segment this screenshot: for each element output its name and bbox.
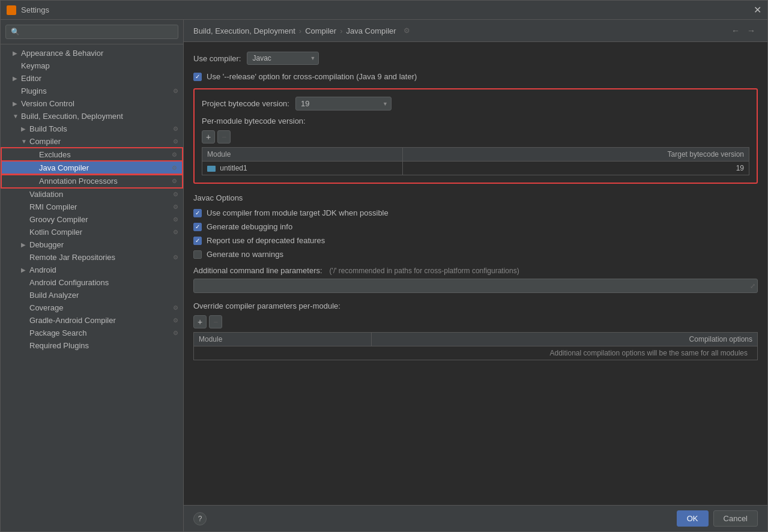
sidebar-item-label: Kotlin Compiler bbox=[29, 228, 171, 237]
arrow-icon: ▶ bbox=[13, 75, 21, 82]
option3-row: Report use of deprecated features bbox=[193, 236, 758, 245]
gear-icon: ⚙ bbox=[172, 165, 177, 171]
option2-checkbox[interactable] bbox=[193, 223, 202, 231]
option1-checkbox[interactable] bbox=[193, 209, 202, 217]
gear-icon: ⚙ bbox=[173, 254, 178, 261]
sidebar-item-debugger[interactable]: ▶ Debugger bbox=[1, 238, 183, 251]
sidebar-item-label: Plugins bbox=[21, 86, 171, 95]
arrow-icon: ▼ bbox=[21, 138, 29, 145]
use-compiler-select[interactable]: Javac Eclipse Ajc bbox=[247, 52, 319, 65]
gear-icon: ⚙ bbox=[173, 191, 178, 198]
ok-button[interactable]: OK bbox=[677, 510, 709, 527]
override-add-remove-row: + − bbox=[193, 315, 758, 328]
sidebar-item-label: Debugger bbox=[29, 240, 178, 249]
sidebar-item-gradle-android[interactable]: Gradle-Android Compiler ⚙ bbox=[1, 314, 183, 327]
sidebar-item-remote-jar[interactable]: Remote Jar Repositories ⚙ bbox=[1, 251, 183, 264]
option2-label: Generate debugging info bbox=[207, 222, 292, 231]
bytecode-version-select[interactable]: 19 17 11 8 bbox=[295, 97, 392, 110]
sidebar-item-label: Package Search bbox=[29, 328, 171, 337]
search-input[interactable] bbox=[5, 25, 178, 39]
sidebar-item-annotation-processors[interactable]: Annotation Processors ⚙ bbox=[2, 175, 182, 187]
sidebar-item-android[interactable]: ▶ Android bbox=[1, 264, 183, 276]
sidebar-item-java-compiler[interactable]: Java Compiler ⚙ bbox=[2, 162, 182, 174]
gear-icon: ⚙ bbox=[173, 204, 178, 210]
sidebar-item-coverage[interactable]: Coverage ⚙ bbox=[1, 301, 183, 314]
option4-row: Generate no warnings bbox=[193, 250, 758, 259]
sidebar-item-required-plugins[interactable]: Required Plugins bbox=[1, 339, 183, 352]
module-column-header: Module bbox=[202, 148, 403, 162]
app-icon bbox=[7, 5, 16, 15]
help-button[interactable]: ? bbox=[193, 512, 207, 525]
arrow-icon: ▶ bbox=[13, 100, 21, 107]
sidebar-item-appearance[interactable]: ▶ Appearance & Behavior bbox=[1, 47, 183, 59]
sidebar-item-label: Keymap bbox=[21, 61, 178, 70]
cross-compile-checkbox[interactable] bbox=[193, 73, 202, 81]
sidebar-item-label: RMI Compiler bbox=[29, 202, 171, 211]
sidebar-item-editor[interactable]: ▶ Editor bbox=[1, 72, 183, 85]
sidebar-item-rmi-compiler[interactable]: RMI Compiler ⚙ bbox=[1, 201, 183, 213]
sidebar-item-build-analyzer[interactable]: Build Analyzer bbox=[1, 289, 183, 301]
override-label-row: Override compiler parameters per-module: bbox=[193, 301, 758, 310]
sidebar-item-label: Required Plugins bbox=[29, 341, 178, 350]
breadcrumb-part2: Compiler bbox=[305, 26, 336, 35]
per-module-label: Per-module bytecode version: bbox=[202, 116, 306, 125]
module-name: untitled1 bbox=[220, 164, 247, 172]
option2-row: Generate debugging info bbox=[193, 222, 758, 231]
sidebar-item-groovy-compiler[interactable]: Groovy Compiler ⚙ bbox=[1, 213, 183, 226]
bytecode-select-container: 19 17 11 8 ▼ bbox=[295, 97, 392, 110]
content-area: Build, Execution, Deployment › Compiler … bbox=[184, 20, 767, 531]
add-module-button[interactable]: + bbox=[202, 130, 215, 144]
javac-options-title: Javac Options bbox=[193, 193, 758, 202]
gear-icon: ⚙ bbox=[172, 151, 177, 158]
sidebar-item-kotlin-compiler[interactable]: Kotlin Compiler ⚙ bbox=[1, 226, 183, 238]
override-hint-row: Additional compilation options will be t… bbox=[194, 346, 758, 360]
sidebar-item-excludes[interactable]: Excludes ⚙ bbox=[2, 148, 182, 161]
nav-forward-button[interactable]: → bbox=[745, 25, 758, 37]
per-module-label-row: Per-module bytecode version: bbox=[202, 116, 749, 125]
sidebar-item-label: Excludes bbox=[39, 150, 169, 159]
breadcrumb-sep1: › bbox=[299, 26, 301, 35]
gear-icon: ⚙ bbox=[173, 229, 178, 235]
arrow-icon: ▶ bbox=[21, 241, 29, 248]
sidebar-item-keymap[interactable]: Keymap bbox=[1, 59, 183, 72]
gear-icon: ⚙ bbox=[173, 317, 178, 324]
gear-icon: ⚙ bbox=[173, 330, 178, 336]
help-icon: ? bbox=[198, 515, 202, 523]
option3-label: Report use of deprecated features bbox=[207, 236, 325, 245]
override-remove-button[interactable]: − bbox=[209, 315, 222, 328]
option3-checkbox[interactable] bbox=[193, 237, 202, 245]
bytecode-section: Project bytecode version: 19 17 11 8 ▼ bbox=[193, 88, 758, 184]
sidebar-item-version-control[interactable]: ▶ Version Control bbox=[1, 97, 183, 110]
nav-back-button[interactable]: ← bbox=[729, 25, 742, 37]
cross-compile-row: Use '--release' option for cross-compila… bbox=[193, 72, 758, 81]
sidebar-item-label: Coverage bbox=[29, 303, 171, 312]
additional-params-input-wrapper: ⤢ bbox=[193, 279, 758, 293]
additional-params-input[interactable] bbox=[193, 279, 758, 293]
sidebar-item-label: Editor bbox=[21, 74, 178, 83]
sidebar-item-validation[interactable]: Validation ⚙ bbox=[1, 188, 183, 201]
sidebar-item-label: Annotation Processors bbox=[39, 177, 169, 186]
sidebar-item-package-search[interactable]: Package Search ⚙ bbox=[1, 327, 183, 339]
sidebar-item-compiler[interactable]: ▼ Compiler ⚙ bbox=[1, 135, 183, 148]
sidebar-item-build-execution[interactable]: ▼ Build, Execution, Deployment bbox=[1, 110, 183, 122]
sidebar-item-label: Android Configurations bbox=[29, 278, 178, 287]
window-title: Settings bbox=[21, 5, 49, 14]
breadcrumb-part3: Java Compiler bbox=[346, 26, 396, 35]
additional-params-section: Additional command line parameters: ('/'… bbox=[193, 266, 758, 293]
sidebar-item-plugins[interactable]: Plugins ⚙ bbox=[1, 85, 183, 97]
sidebar-item-android-configurations[interactable]: Android Configurations bbox=[1, 276, 183, 289]
sidebar-item-label: Build Tools bbox=[29, 124, 171, 133]
close-button[interactable]: ✕ bbox=[754, 4, 761, 16]
arrow-icon: ▼ bbox=[13, 113, 21, 119]
settings-icon: ⚙ bbox=[404, 26, 410, 35]
sidebar-item-build-tools[interactable]: ▶ Build Tools ⚙ bbox=[1, 122, 183, 135]
module-version-cell: 19 bbox=[403, 162, 749, 175]
option4-checkbox[interactable] bbox=[193, 250, 202, 259]
remove-module-button[interactable]: − bbox=[217, 130, 231, 144]
option1-row: Use compiler from module target JDK when… bbox=[193, 208, 758, 217]
module-name-cell: untitled1 bbox=[202, 162, 403, 175]
breadcrumb-sep2: › bbox=[340, 26, 342, 35]
cancel-button[interactable]: Cancel bbox=[713, 510, 758, 527]
override-add-button[interactable]: + bbox=[193, 315, 207, 328]
option4-label: Generate no warnings bbox=[207, 250, 283, 259]
